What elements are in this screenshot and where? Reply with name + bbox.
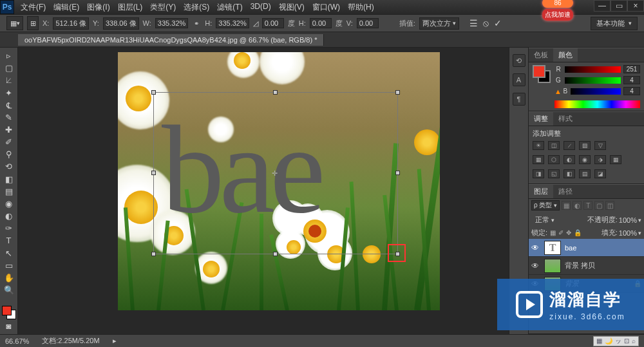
layers-tab[interactable]: 图层 <box>529 185 553 198</box>
reference-point-icon[interactable]: ⊞ <box>27 16 39 30</box>
transform-handle-tl[interactable] <box>151 90 156 95</box>
warp-icon[interactable]: ☰ <box>469 18 478 29</box>
h-field[interactable]: 335.32% <box>216 18 249 28</box>
y-field[interactable]: 338.06 像 <box>103 17 139 30</box>
status-chevron[interactable]: ▸ <box>113 337 117 345</box>
status-keyboard-icon[interactable]: ⊡ <box>624 337 629 344</box>
r-slider[interactable] <box>565 66 621 73</box>
color-tab[interactable]: 颜色 <box>553 48 578 62</box>
adjust-tab[interactable]: 调整 <box>529 112 553 126</box>
adj-levels-icon[interactable]: ◫ <box>548 141 560 150</box>
marquee-tool-icon[interactable]: ▢ <box>2 62 16 73</box>
layer-row-bgcopy[interactable]: 👁 背景 拷贝 <box>529 257 644 275</box>
hand-tool-icon[interactable]: ✋ <box>2 272 16 283</box>
char-dock-icon[interactable]: A <box>513 73 526 86</box>
promo-badge[interactable]: 86 点我加速 <box>542 0 573 21</box>
layer-row-bae[interactable]: 👁 T bae <box>529 239 644 257</box>
canvas-image[interactable]: bae ✛ <box>118 52 440 310</box>
menu-filter[interactable]: 滤镜(T) <box>214 1 245 14</box>
shape-tool-icon[interactable]: ▭ <box>2 260 16 271</box>
opacity-value[interactable]: 100% <box>619 216 637 224</box>
brush-tool-icon[interactable]: ✐ <box>2 136 16 147</box>
history-dock-icon[interactable]: ⟲ <box>513 54 526 67</box>
lock-all-icon[interactable]: 🔒 <box>574 229 582 236</box>
quickmask-tool-icon[interactable]: ◙ <box>2 321 16 332</box>
eraser-tool-icon[interactable]: ◧ <box>2 174 16 185</box>
layer-name[interactable]: 背景 拷贝 <box>565 261 595 270</box>
b-value[interactable]: 4 <box>623 87 640 95</box>
vskew-field[interactable]: 0.00 <box>357 18 379 28</box>
lock-move-icon[interactable]: ✥ <box>566 229 571 236</box>
healing-tool-icon[interactable]: ✚ <box>2 124 16 135</box>
menu-image[interactable]: 图像(I) <box>84 1 112 14</box>
adj-exposure-icon[interactable]: ▨ <box>579 141 591 150</box>
transform-handle-bm[interactable] <box>273 252 278 256</box>
x-field[interactable]: 512.16 像 <box>53 17 89 30</box>
spectrum-bar[interactable] <box>554 100 640 108</box>
transform-tool-icon[interactable]: ▦ ▾ <box>6 16 23 30</box>
close-button[interactable]: × <box>627 0 644 12</box>
paths-tab[interactable]: 路径 <box>553 185 578 198</box>
canvas-area[interactable]: bae ✛ <box>18 48 509 334</box>
status-search-icon[interactable]: ⌕ <box>632 337 636 344</box>
cancel-icon[interactable]: ⦸ <box>483 18 489 29</box>
path-tool-icon[interactable]: ↖ <box>2 248 16 259</box>
adj-mixer-icon[interactable]: ⬗ <box>594 155 606 164</box>
layer-filter-type[interactable]: ρ 类型 ▾ <box>531 200 560 211</box>
b-slider[interactable] <box>571 88 621 95</box>
filter-smart-icon[interactable]: ◫ <box>605 201 614 210</box>
transform-handle-bl[interactable] <box>151 252 156 256</box>
adj-lookup-icon[interactable]: ▦ <box>610 155 621 164</box>
adj-bw-icon[interactable]: ◐ <box>564 155 575 164</box>
adj-curves-icon[interactable]: ⟋ <box>564 141 575 150</box>
transform-handle-ml[interactable] <box>151 171 156 175</box>
color-swatch[interactable] <box>2 306 16 319</box>
menu-file[interactable]: 文件(F) <box>18 1 48 14</box>
filter-text-icon[interactable]: T <box>583 201 592 210</box>
adj-select-icon[interactable]: ◪ <box>594 169 606 178</box>
stamp-tool-icon[interactable]: ⚲ <box>2 149 16 160</box>
menu-edit[interactable]: 编辑(E) <box>51 1 82 14</box>
zoom-level[interactable]: 66.67% <box>5 337 29 345</box>
swatches-tab[interactable]: 色板 <box>529 48 553 62</box>
transform-box[interactable]: ✛ <box>153 92 398 254</box>
menu-view[interactable]: 视图(V) <box>276 1 307 14</box>
w-field[interactable]: 335.32% <box>155 18 188 28</box>
g-slider[interactable] <box>565 77 621 84</box>
filter-pixel-icon[interactable]: ▦ <box>562 201 571 210</box>
blur-tool-icon[interactable]: ◉ <box>2 198 16 209</box>
lasso-tool-icon[interactable]: ⟀ <box>2 75 16 86</box>
blend-mode-select[interactable]: 正常 ▾ <box>531 214 558 225</box>
filter-shape-icon[interactable]: ▢ <box>594 201 603 210</box>
adj-brightness-icon[interactable]: ☀ <box>533 141 544 150</box>
layer-thumb-text[interactable]: T <box>544 241 561 255</box>
fgcolor-swatch[interactable] <box>533 65 545 78</box>
menu-layer[interactable]: 图层(L) <box>115 1 146 14</box>
move-tool-icon[interactable]: ▹ <box>2 50 16 61</box>
adj-balance-icon[interactable]: ⬡ <box>548 155 560 164</box>
menu-select[interactable]: 选择(S) <box>181 1 212 14</box>
text-tool-icon[interactable]: T <box>2 235 16 246</box>
transform-center-icon[interactable]: ✛ <box>272 169 279 177</box>
adj-hue-icon[interactable]: ▦ <box>533 155 544 164</box>
status-dot-icon[interactable]: ッ <box>615 337 621 346</box>
r-value[interactable]: 251 <box>623 65 640 73</box>
layer-thumb-img[interactable] <box>544 259 561 273</box>
transform-handle-tr[interactable] <box>395 90 400 95</box>
menu-window[interactable]: 窗口(W) <box>310 1 343 14</box>
doc-size[interactable]: 文档:2.25M/5.20M <box>42 336 99 346</box>
dodge-tool-icon[interactable]: ◐ <box>2 211 16 221</box>
history-brush-tool-icon[interactable]: ⟲ <box>2 161 16 172</box>
style-tab[interactable]: 样式 <box>553 112 578 126</box>
adj-photo-icon[interactable]: ◉ <box>579 155 591 164</box>
hskew-field[interactable]: 0.00 <box>310 18 332 28</box>
rotate-field[interactable]: 0.00 <box>262 18 284 28</box>
status-grid-icon[interactable]: ▦ <box>596 337 602 344</box>
interp-select[interactable]: 两次立方▾ <box>419 17 459 30</box>
adj-poster-icon[interactable]: ◱ <box>548 169 560 178</box>
status-moon-icon[interactable]: 🌙 <box>605 337 612 344</box>
zoom-tool-icon[interactable]: 🔍 <box>2 285 16 295</box>
layer-name[interactable]: bae <box>565 244 576 252</box>
gradient-tool-icon[interactable]: ▤ <box>2 186 16 197</box>
transform-handle-tm[interactable] <box>273 90 278 95</box>
